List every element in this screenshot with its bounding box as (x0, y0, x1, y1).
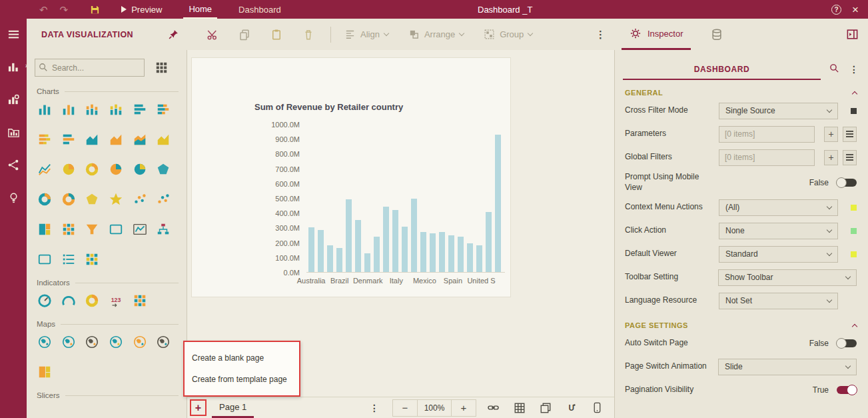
bar-chart-icon[interactable] (131, 101, 149, 118)
pie-chart-icon[interactable] (60, 161, 77, 178)
color-swatch[interactable] (851, 108, 857, 114)
radial-bar-chart-icon[interactable] (36, 191, 53, 208)
arc-gauge-icon[interactable] (60, 292, 77, 309)
line-chart-icon[interactable] (36, 161, 53, 178)
circular-gauge-icon[interactable] (36, 292, 53, 309)
grid-layout-icon[interactable] (513, 401, 526, 414)
inspector-tab[interactable]: Inspector (622, 19, 691, 50)
duplicate-icon[interactable] (539, 401, 552, 414)
link-icon[interactable] (487, 401, 500, 414)
group-menu[interactable]: Group (484, 29, 532, 40)
prompt-using-mobile-view-toggle[interactable] (837, 179, 857, 187)
mobile-preview-icon[interactable] (591, 401, 604, 414)
page-bar-more-icon[interactable]: ⋮ (364, 403, 384, 413)
polygon-chart-icon[interactable] (83, 191, 101, 208)
tab-home[interactable]: Home (183, 0, 217, 19)
parameters-value[interactable]: [0 items] (719, 126, 815, 143)
global-filters-list-button[interactable] (843, 150, 857, 165)
card-widget-icon[interactable] (107, 221, 125, 238)
color-swatch[interactable] (851, 251, 857, 257)
tab-dashboard[interactable]: Dashboard (233, 0, 286, 19)
star-chart-icon[interactable] (107, 191, 125, 208)
undo-icon[interactable]: ↶ (33, 5, 54, 15)
arrange-menu[interactable]: Arrange (408, 29, 464, 40)
kpi-card-icon[interactable] (131, 292, 149, 309)
toolbar-setting-select[interactable]: Show Toolbar (718, 269, 857, 286)
delete-icon[interactable] (301, 27, 316, 42)
clustered-column-chart-icon[interactable] (60, 101, 77, 118)
cut-icon[interactable] (205, 27, 220, 42)
world-map-icon[interactable] (36, 333, 53, 351)
design-canvas[interactable]: Sum of Revenue by Retailer country 1000.… (187, 50, 615, 418)
heatmap-chart-icon[interactable] (60, 221, 77, 238)
pin-icon[interactable] (167, 27, 181, 42)
choropleth-map-icon[interactable] (36, 363, 53, 381)
paste-icon[interactable] (269, 27, 284, 42)
area-chart-icon[interactable] (83, 131, 101, 148)
shape-map-icon[interactable] (155, 333, 172, 351)
scatter-chart-icon[interactable] (131, 191, 149, 208)
section-header-page-settings[interactable]: PAGE SETTINGS (625, 321, 857, 329)
toolbar-more-icon[interactable]: ⋮ (592, 19, 610, 50)
semi-pie-chart-icon[interactable] (107, 161, 125, 178)
step-area-chart-icon[interactable] (155, 131, 172, 148)
preview-button[interactable]: Preview (116, 5, 167, 15)
treemap-chart-icon[interactable] (36, 221, 53, 238)
cross-filter-mode-select[interactable]: Single Source (719, 103, 838, 119)
progress-gauge-icon[interactable] (83, 292, 101, 309)
copy-icon[interactable] (237, 27, 252, 42)
heat-map-icon[interactable] (131, 333, 149, 351)
org-chart-icon[interactable] (155, 221, 172, 238)
stacked-column-100-chart-icon[interactable] (107, 101, 125, 118)
inspector-more-icon[interactable]: ⋮ (849, 64, 859, 75)
doughnut-chart-icon[interactable] (83, 161, 101, 178)
stacked-area-chart-icon[interactable] (131, 131, 149, 148)
zoom-out-button[interactable]: − (393, 402, 417, 413)
close-icon[interactable]: × (852, 4, 859, 15)
funnel-chart-icon[interactable] (83, 221, 101, 238)
marker-map-icon[interactable] (83, 333, 101, 351)
stacked-column-chart-icon[interactable] (83, 101, 101, 118)
auto-switch-page-toggle[interactable] (837, 339, 857, 347)
grid-view-icon[interactable] (153, 59, 170, 77)
filled-map-icon[interactable] (107, 333, 125, 351)
add-parameters-button[interactable]: + (824, 127, 838, 142)
search-input[interactable] (35, 59, 145, 77)
create-blank-page-item[interactable]: Create a blank page (192, 353, 292, 363)
context-menu-actions-select[interactable]: (All) (719, 199, 838, 216)
color-swatch[interactable] (851, 228, 857, 234)
stacked-bar-100-chart-icon[interactable] (36, 131, 53, 148)
language-resource-select[interactable]: Not Set (719, 293, 838, 309)
clustered-bar-chart-icon[interactable] (60, 131, 77, 148)
default-viewer-select[interactable]: Standard (719, 246, 838, 263)
section-header-general[interactable]: GENERAL (625, 89, 857, 97)
bubble-map-icon[interactable] (60, 333, 77, 351)
crescent-chart-icon[interactable] (60, 191, 77, 208)
list-widget-icon[interactable] (60, 251, 77, 268)
sparkline-chart-icon[interactable] (131, 221, 149, 238)
bubble-chart-icon[interactable] (155, 191, 172, 208)
stacked-bar-chart-icon[interactable] (155, 101, 172, 118)
number-card-icon[interactable]: 123 (107, 292, 125, 309)
align-menu[interactable]: Align (344, 29, 388, 40)
global-filters-value[interactable]: [0 items] (719, 149, 815, 166)
data-source-icon[interactable] (705, 19, 729, 50)
connections-icon[interactable] (6, 158, 21, 171)
color-swatch[interactable] (851, 205, 857, 211)
inspector-search-icon[interactable] (829, 63, 839, 75)
spline-area-chart-icon[interactable] (107, 131, 125, 148)
page-switch-animation-select[interactable]: Slide (718, 359, 857, 375)
pagination-visibility-toggle[interactable] (837, 386, 857, 394)
rose-chart-icon[interactable] (131, 161, 149, 178)
visualization-icon[interactable]: › (6, 60, 21, 73)
radar-chart-icon[interactable] (155, 161, 172, 178)
save-icon[interactable] (83, 5, 107, 15)
widget-settings-icon[interactable] (6, 93, 21, 106)
page-tab[interactable]: Page 1 (212, 397, 254, 418)
parameters-list-button[interactable] (843, 127, 857, 142)
letter-u-icon[interactable]: U (565, 401, 578, 414)
pivot-grid-widget-icon[interactable] (83, 251, 101, 268)
project-folder-icon[interactable] (6, 125, 21, 139)
create-from-template-item[interactable]: Create from template page (192, 375, 292, 384)
zoom-in-button[interactable]: + (452, 402, 476, 413)
